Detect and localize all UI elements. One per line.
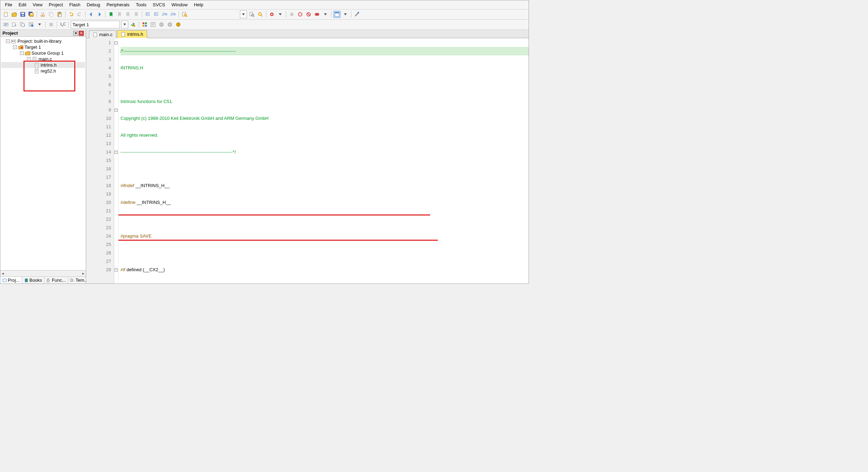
menu-debug[interactable]: Debug: [84, 1, 103, 8]
menu-file[interactable]: File: [2, 1, 15, 8]
panel-pin-icon[interactable]: ▾: [73, 31, 78, 36]
menu-project[interactable]: Project: [46, 1, 66, 8]
bottom-tab-functions[interactable]: {}Func...: [44, 277, 68, 283]
select-packs-button[interactable]: [166, 21, 173, 28]
open-file-button[interactable]: [11, 11, 18, 18]
debug-dropdown[interactable]: [277, 11, 284, 18]
breakpoint-enable-button[interactable]: [297, 11, 304, 18]
svg-point-8: [41, 15, 43, 17]
code-editor[interactable]: 1234567 891011121314 15161718192021 2223…: [86, 38, 529, 283]
translate-button[interactable]: [2, 21, 9, 28]
batch-build-button[interactable]: [28, 21, 35, 28]
breakpoint-insert-button[interactable]: [288, 11, 295, 18]
collapse-icon[interactable]: −: [20, 51, 24, 55]
save-all-button[interactable]: [28, 11, 35, 18]
tree-file-mainc[interactable]: − main.c: [1, 56, 85, 62]
paste-button[interactable]: [56, 11, 63, 18]
uncomment-button[interactable]: //≡: [170, 11, 177, 18]
tree-file-reg52h[interactable]: reg52.h: [1, 68, 85, 74]
debug-button[interactable]: [268, 11, 275, 18]
breakpoint-kill-button[interactable]: [314, 11, 321, 18]
tree-file-intrinsh[interactable]: intrins.h: [1, 62, 85, 68]
undo-button[interactable]: [68, 11, 75, 18]
main-area: Project ▾ × − Project: built-in-library …: [0, 30, 529, 283]
outdent-button[interactable]: [153, 11, 160, 18]
svg-point-21: [259, 13, 261, 15]
cut-button[interactable]: [39, 11, 46, 18]
window-layout-button[interactable]: [333, 11, 340, 18]
target-select-dropdown[interactable]: [121, 21, 128, 28]
nav-back-button[interactable]: [88, 11, 95, 18]
manage-components-button[interactable]: [141, 21, 148, 28]
find-in-files-button[interactable]: [181, 11, 188, 18]
menu-svcs[interactable]: SVCS: [150, 1, 168, 8]
bottom-tab-books[interactable]: Books: [22, 277, 44, 283]
collapse-icon[interactable]: −: [27, 57, 31, 61]
tree-label: Project: built-in-library: [18, 39, 62, 44]
tree-project-root[interactable]: − Project: built-in-library: [1, 38, 85, 44]
svg-rect-45: [143, 25, 144, 27]
find-dropdown[interactable]: [240, 11, 247, 18]
tree-source-group[interactable]: − Source Group 1: [1, 50, 85, 56]
code-content[interactable]: /*--------------------------------------…: [118, 38, 529, 283]
tree-target[interactable]: − Target 1: [1, 44, 85, 50]
stop-build-button[interactable]: [48, 21, 55, 28]
bookmark-clear-button[interactable]: [133, 11, 140, 18]
menu-edit[interactable]: Edit: [15, 1, 29, 8]
project-hscroll[interactable]: ◄►: [0, 270, 86, 276]
editor-tab-mainc[interactable]: main.c: [89, 30, 116, 38]
svg-text://≡: //≡: [171, 12, 176, 17]
fold-toggle-icon[interactable]: −: [115, 268, 118, 272]
scroll-left-icon[interactable]: ◄: [1, 272, 5, 275]
rebuild-button[interactable]: [19, 21, 26, 28]
collapse-icon[interactable]: −: [13, 45, 17, 49]
panel-close-icon[interactable]: ×: [79, 31, 84, 36]
menu-window[interactable]: Window: [168, 1, 191, 8]
ide-window: File Edit View Project Flash Debug Perip…: [0, 0, 529, 284]
bottom-tab-project[interactable]: Proj...: [0, 277, 22, 283]
menu-peripherals[interactable]: Peripherals: [103, 1, 133, 8]
options-target-button[interactable]: [130, 21, 137, 28]
download-button[interactable]: LOAD: [59, 21, 66, 28]
bookmark-toggle-button[interactable]: [108, 11, 115, 18]
batch-dropdown[interactable]: [36, 21, 43, 28]
manage-packs-button[interactable]: [158, 21, 165, 28]
project-tree[interactable]: − Project: built-in-library − Target 1 −…: [0, 37, 86, 270]
highlight-annotation-line: [118, 240, 438, 241]
fold-column[interactable]: − − − −: [114, 38, 118, 283]
breakpoint-disable-button[interactable]: [305, 11, 312, 18]
window-dropdown[interactable]: [342, 11, 349, 18]
incremental-find-button[interactable]: [257, 11, 264, 18]
svg-point-28: [316, 13, 319, 16]
editor-tab-intrinsh[interactable]: intrins.h: [117, 30, 147, 38]
svg-rect-46: [145, 25, 147, 27]
menu-view[interactable]: View: [29, 1, 46, 8]
save-button[interactable]: [19, 11, 26, 18]
collapse-icon[interactable]: −: [6, 39, 10, 43]
fold-toggle-icon[interactable]: −: [115, 151, 118, 154]
configure-button[interactable]: [353, 11, 360, 18]
project-panel-title: Project: [2, 30, 18, 36]
breakpoint-dropdown[interactable]: [322, 11, 329, 18]
fold-toggle-icon[interactable]: −: [115, 109, 118, 112]
redo-button[interactable]: [76, 11, 83, 18]
file-extensions-button[interactable]: [150, 21, 157, 28]
fold-toggle-icon[interactable]: −: [115, 41, 118, 45]
bookmark-prev-button[interactable]: [116, 11, 123, 18]
nav-forward-button[interactable]: [96, 11, 103, 18]
svg-rect-1: [4, 12, 7, 13]
scroll-right-icon[interactable]: ►: [82, 272, 85, 275]
pack-installer-button[interactable]: [175, 21, 182, 28]
comment-button[interactable]: //≡: [161, 11, 168, 18]
menu-flash[interactable]: Flash: [66, 1, 84, 8]
menu-help[interactable]: Help: [191, 1, 207, 8]
indent-button[interactable]: [144, 11, 151, 18]
bookmark-next-button[interactable]: [124, 11, 131, 18]
copy-button[interactable]: [48, 11, 55, 18]
new-file-button[interactable]: [2, 11, 9, 18]
find-button[interactable]: [248, 11, 255, 18]
menu-tools[interactable]: Tools: [133, 1, 150, 8]
svg-rect-42: [133, 25, 135, 27]
build-button[interactable]: [11, 21, 18, 28]
target-select[interactable]: Target 1: [71, 21, 120, 28]
